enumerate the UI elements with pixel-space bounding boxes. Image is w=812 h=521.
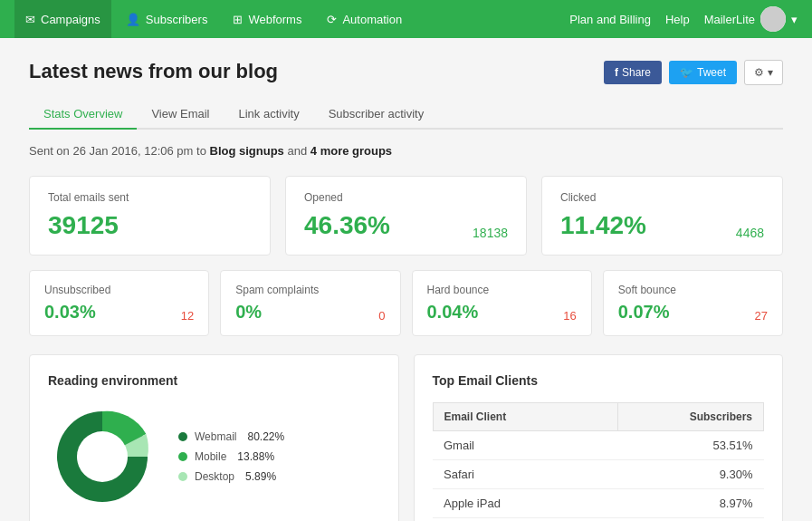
client-subscribers: 7.36% [618, 518, 764, 522]
desktop-label: Desktop [195, 470, 234, 483]
webmail-pct: 80.22% [247, 430, 284, 443]
settings-chevron: ▾ [768, 66, 773, 79]
stat-clicked-count: 4468 [736, 226, 764, 240]
stat-total-emails-label: Total emails sent [48, 191, 252, 204]
stat-clicked-value: 11.42% [560, 211, 646, 240]
stat-clicked: Clicked 11.42% 4468 [541, 176, 783, 256]
tweet-button[interactable]: 🐦 Tweet [669, 61, 737, 84]
stat-soft-bounce-count: 27 [755, 309, 768, 323]
stat-opened: Opened 46.36% 18138 [285, 176, 527, 256]
nav-subscribers-label: Subscribers [146, 13, 208, 26]
stat-opened-value: 46.36% [304, 211, 390, 240]
sent-more: 4 more groups [310, 144, 392, 158]
client-name: Gmail [433, 431, 618, 460]
nav-left: ✉ Campaigns 👤 Subscribers ⊞ Webforms ⟳ A… [14, 0, 413, 38]
nav-brand: MailerLite [704, 13, 755, 26]
mobile-dot [178, 452, 187, 461]
table-header-row: Email Client Subscribers [433, 403, 764, 431]
svg-point-1 [77, 431, 128, 482]
col-email-client: Email Client [433, 403, 618, 431]
table-row: Safari 9.30% [433, 460, 764, 489]
nav-webforms-label: Webforms [248, 13, 301, 26]
stat-unsubscribed-row: 0.03% 12 [44, 302, 194, 323]
legend-desktop: Desktop 5.89% [178, 470, 284, 483]
table-body: Gmail 53.51% Safari 9.30% Apple iPad 8.9… [433, 431, 764, 522]
stat-spam-label: Spam complaints [235, 284, 385, 296]
nav-automation-label: Automation [342, 13, 402, 26]
stat-unsubscribed-count: 12 [181, 309, 194, 323]
nav-subscribers[interactable]: 👤 Subscribers [115, 0, 219, 38]
nav-right: Plan and Billing Help MailerLite ▾ [569, 6, 798, 32]
share-label: Share [622, 66, 651, 79]
mobile-pct: 13.88% [237, 450, 274, 463]
stat-spam-count: 0 [378, 309, 385, 323]
avatar-image [760, 6, 786, 32]
automation-icon: ⟳ [327, 13, 337, 26]
client-name: Internet Explorer [433, 518, 618, 522]
stat-spam: Spam complaints 0% 0 [220, 270, 400, 336]
nav-plan-billing[interactable]: Plan and Billing [569, 13, 651, 26]
sent-prefix: Sent on 26 Jan 2016, 12:06 pm to [29, 144, 206, 158]
tab-stats-overview[interactable]: Stats Overview [29, 100, 137, 130]
subscribers-icon: 👤 [126, 13, 140, 26]
tab-view-email[interactable]: View Email [137, 100, 224, 130]
stat-spam-row: 0% 0 [235, 302, 385, 323]
table-row: Gmail 53.51% [433, 431, 764, 460]
tweet-icon: 🐦 [680, 66, 693, 79]
top-email-clients-title: Top Email Clients [433, 373, 765, 388]
stat-soft-bounce-value: 0.07% [618, 302, 670, 323]
stat-unsubscribed-label: Unsubscribed [44, 284, 194, 296]
nav-help[interactable]: Help [665, 13, 690, 26]
nav-campaigns-label: Campaigns [41, 13, 100, 26]
top-email-clients-panel: Top Email Clients Email Client Subscribe… [414, 354, 784, 521]
stat-opened-label: Opened [304, 191, 508, 204]
tab-link-activity[interactable]: Link activity [224, 100, 313, 130]
bottom-row: Reading environment [29, 354, 783, 521]
stat-total-emails-row: 39125 [48, 211, 252, 240]
navbar: ✉ Campaigns 👤 Subscribers ⊞ Webforms ⟳ A… [0, 0, 812, 38]
client-subscribers: 8.97% [618, 489, 764, 518]
table-row: Internet Explorer 7.36% [433, 518, 764, 522]
nav-campaigns[interactable]: ✉ Campaigns [14, 0, 111, 38]
webmail-label: Webmail [195, 430, 236, 443]
stat-hard-bounce-value: 0.04% [427, 302, 479, 323]
header-actions: f Share 🐦 Tweet ⚙ ▾ [604, 60, 783, 85]
chart-legend: Webmail 80.22% Mobile 13.88% Desktop 5.8… [178, 430, 284, 483]
gear-icon: ⚙ [754, 66, 764, 79]
stat-total-emails: Total emails sent 39125 [29, 176, 271, 256]
stat-soft-bounce-row: 0.07% 27 [618, 302, 768, 323]
stat-hard-bounce-label: Hard bounce [427, 284, 577, 296]
desktop-pct: 5.89% [245, 470, 276, 483]
tab-subscriber-activity[interactable]: Subscriber activity [314, 100, 438, 130]
tweet-label: Tweet [697, 66, 726, 79]
stat-clicked-label: Clicked [560, 191, 764, 204]
campaigns-icon: ✉ [25, 13, 35, 26]
stat-unsubscribed-value: 0.03% [44, 302, 96, 323]
client-name: Apple iPad [433, 489, 618, 518]
page-content: Latest news from our blog f Share 🐦 Twee… [0, 38, 812, 521]
col-subscribers: Subscribers [618, 403, 764, 431]
stat-hard-bounce-row: 0.04% 16 [427, 302, 577, 323]
stat-soft-bounce: Soft bounce 0.07% 27 [603, 270, 783, 336]
sent-suffix: and [287, 144, 307, 158]
stat-total-emails-value: 39125 [48, 211, 119, 240]
page-header: Latest news from our blog f Share 🐦 Twee… [29, 60, 783, 85]
nav-webforms[interactable]: ⊞ Webforms [222, 0, 312, 38]
webforms-icon: ⊞ [233, 13, 243, 26]
stat-unsubscribed: Unsubscribed 0.03% 12 [29, 270, 209, 336]
share-button[interactable]: f Share [604, 61, 662, 84]
sent-group: Blog signups [210, 144, 284, 158]
nav-user[interactable]: MailerLite ▾ [704, 6, 798, 32]
email-clients-table: Email Client Subscribers Gmail 53.51% Sa… [433, 402, 765, 521]
nav-automation[interactable]: ⟳ Automation [316, 0, 413, 38]
client-subscribers: 53.51% [618, 431, 764, 460]
settings-button[interactable]: ⚙ ▾ [744, 60, 783, 85]
webmail-dot [178, 432, 187, 441]
stat-opened-row: 46.36% 18138 [304, 211, 508, 240]
tabs: Stats Overview View Email Link activity … [29, 100, 783, 130]
mobile-label: Mobile [195, 450, 226, 463]
reading-environment-panel: Reading environment [29, 354, 399, 521]
avatar [760, 6, 786, 32]
stats-row-bottom: Unsubscribed 0.03% 12 Spam complaints 0%… [29, 270, 783, 336]
client-subscribers: 9.30% [618, 460, 764, 489]
